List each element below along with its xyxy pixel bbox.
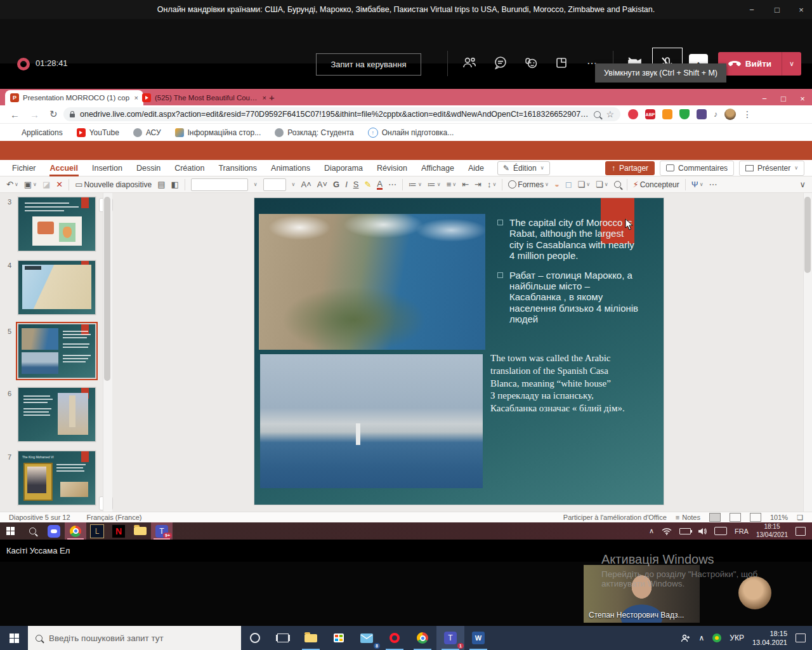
grow-font-button[interactable]: A˄	[301, 180, 311, 189]
format-painter-button[interactable]: ◪	[43, 180, 50, 189]
tab-dessin[interactable]: Dessin	[129, 160, 167, 176]
new-tab-button[interactable]: +	[269, 92, 275, 103]
action-center-icon[interactable]	[796, 527, 806, 536]
netflix-icon[interactable]: N	[108, 522, 129, 540]
reactions-icon[interactable]	[523, 55, 539, 71]
arrange-button[interactable]: ❏∨	[596, 180, 608, 189]
puzzle-extension-icon[interactable]	[697, 109, 707, 119]
input-language[interactable]: FRA	[735, 527, 749, 535]
line-spacing-button[interactable]: ↕∨	[487, 180, 496, 189]
people-icon[interactable]	[681, 634, 691, 642]
font-name-select[interactable]	[191, 178, 248, 191]
zoom-icon[interactable]	[594, 111, 601, 118]
battery-icon[interactable]	[679, 528, 691, 534]
taskbar-search-icon[interactable]	[22, 522, 43, 540]
participant-tile-stepan-video[interactable]: Степан Несторович Вадз...	[584, 565, 700, 623]
opera-extension-icon[interactable]	[628, 109, 638, 119]
slideshow-view-button[interactable]	[750, 513, 761, 522]
slide-thumbnail-7[interactable]: The King Mohamed VI	[18, 451, 96, 505]
discord-icon[interactable]	[43, 522, 65, 540]
bookmark-star-icon[interactable]: ☆	[606, 109, 614, 119]
clock[interactable]: 18:15 13.04.2021	[752, 629, 787, 647]
shape-fill-button[interactable]: ◒	[554, 180, 560, 189]
media-extension-icon[interactable]: ♪	[714, 110, 717, 119]
tab-aide[interactable]: Aide	[461, 160, 491, 176]
back-icon[interactable]: ←	[10, 109, 20, 120]
more-fonts-button[interactable]: ⋯	[388, 180, 396, 189]
align-button[interactable]: ≡∨	[447, 180, 456, 189]
task-view-icon[interactable]	[269, 626, 297, 650]
collapse-ribbon-button[interactable]: ∨	[799, 180, 806, 189]
slide-sorter-view-button[interactable]	[730, 513, 741, 522]
bookmark-online-prep[interactable]: ↑ Онлайн підготовка...	[368, 128, 454, 138]
comments-button[interactable]: Commentaires	[660, 161, 734, 176]
opera-icon[interactable]	[381, 626, 409, 650]
chevron-down-icon[interactable]: ∨	[292, 182, 296, 187]
slide-thumbnail-5-selected[interactable]	[18, 324, 96, 378]
underline-button[interactable]: S	[353, 180, 359, 189]
indent-button[interactable]: ⇥	[475, 180, 481, 189]
font-color-button[interactable]: A	[377, 180, 383, 190]
bookmark-applications[interactable]: Applications	[9, 128, 63, 137]
breakout-rooms-icon[interactable]	[553, 55, 570, 71]
close-button[interactable]: ×	[792, 0, 811, 19]
leave-options-chevron[interactable]: ∨	[782, 52, 801, 76]
numbering-button[interactable]: ≔∨	[428, 180, 441, 189]
restore-button[interactable]: □	[768, 0, 787, 19]
outdent-button[interactable]: ⇤	[462, 180, 469, 189]
language-status[interactable]: Français (France)	[87, 514, 142, 521]
input-language[interactable]: УКР	[730, 633, 744, 642]
zoom-level[interactable]: 101%	[770, 514, 788, 521]
cortana-icon[interactable]	[241, 626, 269, 650]
teams-taskbar-icon[interactable]: T 9+	[151, 522, 173, 540]
tab-affichage[interactable]: Affichage	[414, 160, 461, 176]
file-explorer-icon[interactable]	[129, 522, 151, 540]
mail-icon[interactable]: 8	[353, 626, 381, 650]
refresh-icon[interactable]: ↻	[49, 109, 58, 120]
undo-button[interactable]: ↶∨	[6, 180, 18, 189]
forward-icon[interactable]: →	[30, 109, 39, 120]
leave-button[interactable]: Вийти	[718, 52, 782, 76]
paste-button[interactable]: ▣∨	[24, 180, 37, 189]
start-button[interactable]	[0, 522, 22, 540]
thumbnails-scrollbar-thumb[interactable]	[104, 197, 110, 381]
tab-presentation[interactable]: P Presentation MORROCO (1) cop ×	[5, 90, 143, 105]
find-button[interactable]	[614, 181, 621, 188]
chat-icon[interactable]	[492, 55, 509, 71]
taskbar-search-input[interactable]: Введіть пошуковий запит тут	[28, 626, 241, 650]
shield-extension-icon[interactable]	[679, 109, 690, 119]
improve-office-link[interactable]: Participer à l'amélioration d'Office	[563, 514, 667, 521]
word-taskbar-icon[interactable]: W	[464, 626, 492, 650]
slide-canvas[interactable]: The capital city of Morocco is Rabat, al…	[254, 198, 664, 505]
teams-taskbar-icon[interactable]: T 1	[436, 626, 464, 650]
chrome-menu-icon[interactable]: ⋮	[743, 109, 752, 119]
slide-thumbnail-3[interactable]	[18, 197, 96, 251]
tab-accueil[interactable]: Accueil	[43, 160, 85, 176]
show-hidden-icon[interactable]: ∧	[649, 527, 654, 535]
bullets-button[interactable]: ≔∨	[409, 180, 422, 189]
tab-diaporama[interactable]: Diaporama	[317, 160, 370, 176]
address-bar[interactable]: onedrive.live.com/edit.aspx?action=edit&…	[63, 107, 620, 121]
tab-youtube[interactable]: (525) The Most Beautiful Country ×	[137, 90, 272, 105]
action-center-icon[interactable]	[796, 633, 806, 642]
slide-thumbnail-4[interactable]	[18, 260, 96, 315]
designer-button[interactable]: ⚡ Concepteur	[633, 180, 679, 189]
tab-creation[interactable]: Création	[167, 160, 211, 176]
tab-animations[interactable]: Animations	[264, 160, 317, 176]
layout-button[interactable]: ▤	[157, 180, 165, 189]
bookmark-youtube[interactable]: YouTube	[77, 128, 119, 137]
shape-format-button[interactable]: ❏∨	[578, 180, 591, 189]
show-hidden-icon[interactable]: ∧	[699, 633, 705, 642]
bookmark-asu[interactable]: АСУ	[133, 128, 161, 137]
participant-avatar-photo[interactable]	[738, 576, 771, 609]
fit-to-window-icon[interactable]: ❏	[797, 514, 803, 522]
profile-avatar[interactable]	[724, 109, 736, 120]
ribbon-more-button[interactable]: ⋯	[709, 180, 717, 189]
file-explorer-icon[interactable]	[297, 626, 325, 650]
italic-button[interactable]: I	[345, 180, 348, 189]
request-control-button[interactable]: Запит на керування	[316, 53, 421, 76]
bookmark-schedule[interactable]: Розклад: Студента	[275, 128, 353, 137]
chrome-taskbar-icon[interactable]	[65, 522, 86, 540]
tab-close-icon[interactable]: ×	[263, 94, 266, 102]
speaker-icon[interactable]	[698, 527, 707, 535]
